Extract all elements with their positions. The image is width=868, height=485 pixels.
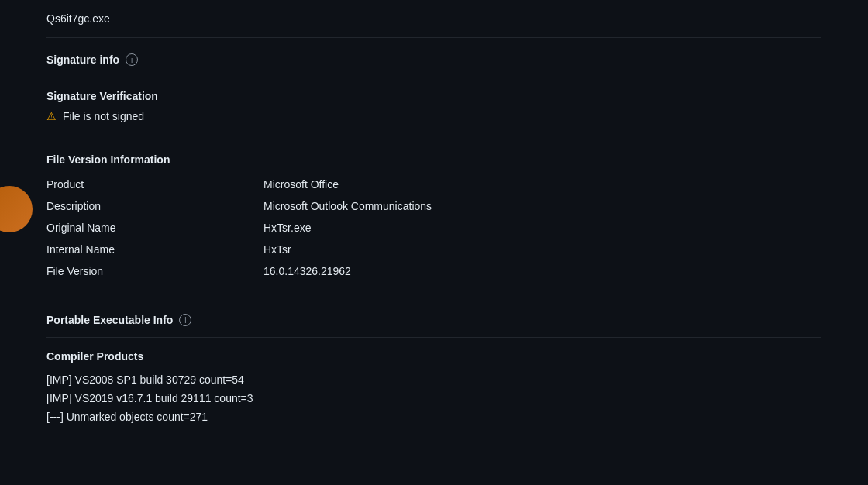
file-version-value: Microsoft Outlook Communications [264,195,822,217]
file-version-value: HxTsr.exe [264,217,822,239]
file-version-section: File Version Information ProductMicrosof… [46,138,822,282]
signature-warning-text: File is not signed [63,110,144,122]
file-version-label: Description [46,195,264,217]
file-version-table: ProductMicrosoft OfficeDescriptionMicros… [46,174,822,282]
signature-warning-row: ⚠ File is not signed [46,110,822,122]
file-version-value: Microsoft Office [264,174,822,195]
left-decoration [0,186,33,232]
filename-text: Qs6it7gc.exe [46,12,110,25]
file-version-value: 16.0.14326.21962 [264,260,822,282]
top-filename: Qs6it7gc.exe [46,0,822,38]
portable-executable-title: Portable Executable Info [46,314,173,326]
portable-executable-info-icon[interactable]: i [179,314,191,326]
compiler-item: [---] Unmarked objects count=271 [46,408,822,426]
file-version-value: HxTsr [264,239,822,260]
file-version-label: File Version [46,260,264,282]
compiler-list: [IMP] VS2008 SP1 build 30729 count=54[IM… [46,370,822,426]
file-version-label: Original Name [46,217,264,239]
file-version-label: Product [46,174,264,195]
portable-executable-section: Portable Executable Info i Compiler Prod… [46,298,822,426]
warning-icon: ⚠ [46,110,57,122]
file-version-label: Internal Name [46,239,264,260]
signature-info-title: Signature info [46,53,119,66]
compiler-item: [IMP] VS2019 v16.7.1 build 29111 count=3 [46,389,822,408]
compiler-item: [IMP] VS2008 SP1 build 30729 count=54 [46,370,822,389]
file-version-title: File Version Information [46,153,822,166]
signature-info-header: Signature info i [46,53,822,77]
compiler-products-title: Compiler Products [46,350,822,363]
portable-executable-header: Portable Executable Info i [46,314,822,338]
signature-verification-title: Signature Verification [46,90,822,102]
signature-info-section: Signature info i Signature Verification … [46,38,822,122]
signature-info-icon[interactable]: i [126,53,138,66]
